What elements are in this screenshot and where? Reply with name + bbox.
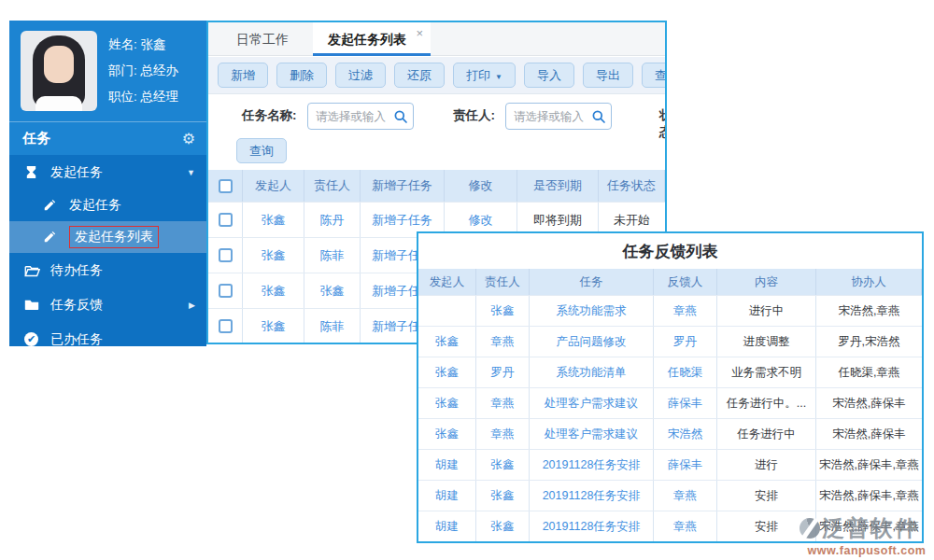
header-cell: 修改 [445, 170, 517, 202]
export-button[interactable]: 导出 [583, 63, 633, 88]
profile-name: 姓名: 张鑫 [108, 32, 178, 58]
row-checkbox[interactable] [219, 284, 233, 298]
restore-button[interactable]: 还原 [394, 63, 445, 88]
table-link[interactable]: 处理客户需求建议 [530, 388, 654, 418]
table-link[interactable]: 张鑫 [476, 296, 530, 326]
row-checkbox[interactable] [219, 248, 233, 262]
table-cell: 任务进行中 [717, 419, 816, 449]
header-cell: 协办人 [816, 269, 922, 295]
sidebar-item-label: 任务反馈 [50, 297, 103, 314]
table-cell: 进度调整 [717, 327, 816, 357]
table-link[interactable]: 薛保丰 [654, 450, 717, 480]
table-link[interactable]: 张鑫 [476, 450, 530, 480]
table-link[interactable]: 张鑫 [418, 357, 476, 387]
sidebar-section-label: 任务 [22, 130, 50, 147]
add-button[interactable]: 新增 [218, 63, 268, 88]
table-row: 胡建张鑫20191128任务安排章燕安排宋浩然,薛保丰,章燕 [418, 480, 922, 511]
gear-icon[interactable]: ⚙ [182, 130, 195, 147]
folder-open-icon [24, 263, 41, 278]
table-link[interactable]: 产品问题修改 [530, 327, 654, 357]
hourglass-icon [24, 165, 41, 180]
sidebar-item-done[interactable]: ✔ 已办任务 [9, 322, 206, 346]
owner-input[interactable] [506, 104, 588, 129]
table-link[interactable]: 20191128任务安排 [530, 481, 654, 511]
table-link[interactable]: 陈丹 [304, 203, 361, 237]
search-icon[interactable] [591, 109, 606, 124]
tab-initiate-task-list[interactable]: 发起任务列表 × [313, 22, 431, 56]
table-link[interactable]: 胡建 [418, 481, 476, 511]
table-cell [208, 238, 243, 273]
select-all-checkbox[interactable] [219, 179, 233, 193]
table-link[interactable]: 薛保丰 [654, 388, 717, 418]
table-cell: 业务需求不明 [717, 357, 816, 387]
filter-row: 任务名称: 责任人: 状态: [208, 103, 665, 131]
tab-daily-work[interactable]: 日常工作 [221, 22, 304, 56]
table-link[interactable]: 张鑫 [418, 327, 476, 357]
header-cell: 任务 [530, 269, 654, 295]
print-button[interactable]: 打印▼ [453, 63, 516, 88]
table-link[interactable]: 张鑫 [476, 481, 530, 511]
table-row: 胡建张鑫20191128任务安排章燕安排宋浩然,薛保丰,章燕 [418, 511, 922, 541]
table-link[interactable]: 张鑫 [243, 309, 304, 343]
table-header-row: 发起人责任人任务反馈人内容协办人 [418, 269, 922, 295]
table-link[interactable]: 宋浩然 [654, 419, 717, 449]
feedback-panel: 任务反馈列表 发起人责任人任务反馈人内容协办人张鑫系统功能需求章燕进行中宋浩然,… [417, 231, 924, 543]
table-cell: 任晓渠,章燕 [816, 357, 922, 387]
sidebar-item-initiate-group[interactable]: 发起任务 ▼ [9, 155, 206, 189]
table-link[interactable]: 20191128任务安排 [530, 450, 654, 480]
sidebar-item-feedback[interactable]: 任务反馈 ▶ [9, 287, 206, 322]
view-log-button[interactable]: 查看日志 [642, 63, 667, 88]
sidebar-item-todo[interactable]: 待办任务 [9, 253, 206, 287]
table-link[interactable]: 张鑫 [418, 388, 476, 418]
table-cell: 安排 [717, 511, 816, 541]
table-link[interactable]: 章燕 [476, 327, 530, 357]
table-link[interactable]: 张鑫 [304, 273, 361, 308]
watermark-url: www.fanpusoft.com [800, 544, 934, 557]
table-cell: 进行中 [717, 296, 816, 326]
sidebar-item-initiate-list[interactable]: 发起任务列表 [9, 221, 206, 253]
table-link[interactable]: 张鑫 [243, 273, 304, 308]
table-link[interactable]: 系统功能需求 [530, 296, 654, 326]
header-cell: 新增子任务 [361, 170, 445, 202]
sidebar-item-initiate[interactable]: 发起任务 [9, 189, 206, 221]
search-icon[interactable] [393, 109, 408, 124]
table-link[interactable]: 张鑫 [243, 238, 304, 273]
tab-label: 发起任务列表 [328, 32, 406, 47]
table-link[interactable]: 20191128任务安排 [530, 511, 654, 541]
query-button[interactable]: 查询 [236, 138, 287, 163]
table-link[interactable]: 胡建 [418, 450, 476, 480]
table-link[interactable]: 罗丹 [476, 357, 530, 387]
task-name-label: 任务名称: [242, 107, 297, 124]
table-link[interactable]: 陈菲 [304, 238, 361, 273]
table-cell: 宋浩然,薛保丰,章燕 [816, 481, 922, 511]
table-link[interactable]: 任晓渠 [654, 357, 717, 387]
table-link[interactable]: 章燕 [654, 296, 717, 326]
table-row: 张鑫罗丹系统功能清单任晓渠业务需求不明任晓渠,章燕 [418, 357, 922, 387]
filter-button[interactable]: 过滤 [335, 63, 386, 88]
table-link[interactable]: 章燕 [476, 419, 530, 449]
row-checkbox[interactable] [219, 319, 233, 333]
task-name-input[interactable] [308, 104, 390, 129]
table-link[interactable]: 胡建 [418, 511, 476, 541]
close-icon[interactable]: × [416, 21, 423, 50]
table-link[interactable]: 章燕 [654, 511, 717, 541]
row-checkbox[interactable] [219, 213, 233, 227]
table-link[interactable]: 章燕 [654, 481, 717, 511]
table-link[interactable]: 系统功能清单 [530, 357, 654, 387]
header-cell: 任务状态 [599, 170, 665, 202]
feedback-panel-title: 任务反馈列表 [418, 233, 922, 269]
table-link[interactable]: 张鑫 [243, 203, 304, 237]
table-link[interactable]: 章燕 [476, 388, 530, 418]
app-canvas: 姓名: 张鑫 部门: 总经办 职位: 总经理 任务 ⚙ 发起任务 ▼ 发起任务 [0, 0, 934, 560]
header-cell: 发起人 [418, 269, 476, 295]
table-row: 张鑫系统功能需求章燕进行中宋浩然,章燕 [418, 295, 922, 326]
table-link[interactable]: 张鑫 [476, 511, 530, 541]
header-cell: 是否到期 [517, 170, 599, 202]
table-row: 张鑫章燕处理客户需求建议宋浩然任务进行中宋浩然,薛保丰 [418, 418, 922, 449]
import-button[interactable]: 导入 [524, 63, 574, 88]
delete-button[interactable]: 删除 [276, 63, 327, 88]
table-link[interactable]: 罗丹 [654, 327, 717, 357]
table-link[interactable]: 张鑫 [418, 419, 476, 449]
table-link[interactable]: 处理客户需求建议 [530, 419, 654, 449]
table-link[interactable]: 陈菲 [304, 309, 361, 343]
